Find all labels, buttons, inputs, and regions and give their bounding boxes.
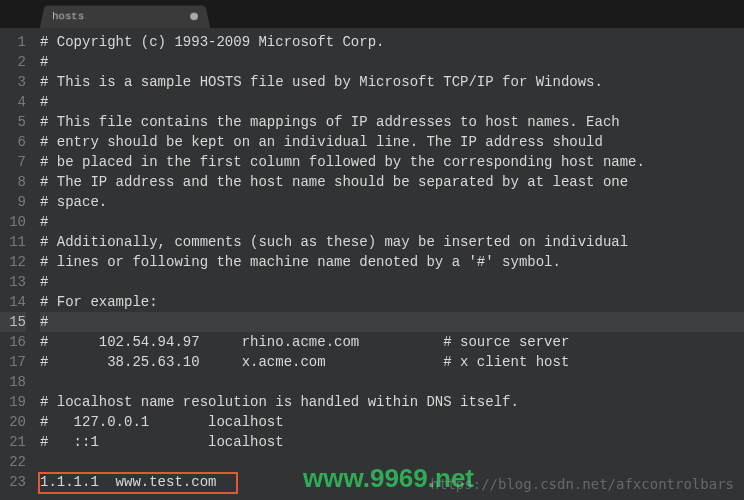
code-line[interactable]: # bbox=[40, 52, 744, 72]
line-number: 3 bbox=[0, 72, 26, 92]
code-line[interactable]: # bbox=[40, 212, 744, 232]
line-number: 5 bbox=[0, 112, 26, 132]
code-line[interactable]: # 38.25.63.10 x.acme.com # x client host bbox=[40, 352, 744, 372]
code-line[interactable]: # Additionally, comments (such as these)… bbox=[40, 232, 744, 252]
line-number: 15 bbox=[0, 312, 26, 332]
code-line[interactable] bbox=[40, 372, 744, 392]
code-line[interactable]: # 127.0.0.1 localhost bbox=[40, 412, 744, 432]
line-number: 17 bbox=[0, 352, 26, 372]
code-line[interactable]: # bbox=[40, 272, 744, 292]
code-line[interactable]: # This file contains the mappings of IP … bbox=[40, 112, 744, 132]
code-editor[interactable]: 1234567891011121314151617181920212223 # … bbox=[0, 28, 744, 500]
code-line[interactable]: # space. bbox=[40, 192, 744, 212]
line-number: 1 bbox=[0, 32, 26, 52]
line-number-gutter: 1234567891011121314151617181920212223 bbox=[0, 32, 34, 500]
tab-hosts[interactable]: hosts bbox=[40, 5, 210, 28]
line-number: 22 bbox=[0, 452, 26, 472]
tab-bar: hosts bbox=[0, 0, 744, 28]
line-number: 20 bbox=[0, 412, 26, 432]
code-line[interactable]: # be placed in the first column followed… bbox=[40, 152, 744, 172]
line-number: 11 bbox=[0, 232, 26, 252]
code-line[interactable]: # localhost name resolution is handled w… bbox=[40, 392, 744, 412]
code-line[interactable]: # Copyright (c) 1993-2009 Microsoft Corp… bbox=[40, 32, 744, 52]
line-number: 19 bbox=[0, 392, 26, 412]
line-number: 14 bbox=[0, 292, 26, 312]
line-number: 16 bbox=[0, 332, 26, 352]
code-line[interactable]: # For example: bbox=[40, 292, 744, 312]
line-number: 10 bbox=[0, 212, 26, 232]
line-number: 8 bbox=[0, 172, 26, 192]
line-number: 12 bbox=[0, 252, 26, 272]
code-content[interactable]: # Copyright (c) 1993-2009 Microsoft Corp… bbox=[34, 32, 744, 500]
editor-window: hosts 1234567891011121314151617181920212… bbox=[0, 0, 744, 500]
line-number: 21 bbox=[0, 432, 26, 452]
code-line[interactable]: # ::1 localhost bbox=[40, 432, 744, 452]
code-line[interactable]: # bbox=[40, 312, 744, 332]
watermark-source: https://blog.csdn.net/afxcontrolbars bbox=[431, 476, 734, 492]
line-number: 23 bbox=[0, 472, 26, 492]
line-number: 9 bbox=[0, 192, 26, 212]
code-line[interactable]: # This is a sample HOSTS file used by Mi… bbox=[40, 72, 744, 92]
line-number: 7 bbox=[0, 152, 26, 172]
line-number: 18 bbox=[0, 372, 26, 392]
tab-title: hosts bbox=[52, 11, 182, 22]
line-number: 13 bbox=[0, 272, 26, 292]
code-line[interactable]: # 102.54.94.97 rhino.acme.com # source s… bbox=[40, 332, 744, 352]
line-number: 2 bbox=[0, 52, 26, 72]
code-line[interactable]: # The IP address and the host name shoul… bbox=[40, 172, 744, 192]
dirty-indicator-icon bbox=[190, 13, 198, 20]
line-number: 6 bbox=[0, 132, 26, 152]
code-line[interactable]: # entry should be kept on an individual … bbox=[40, 132, 744, 152]
code-line[interactable]: # bbox=[40, 92, 744, 112]
code-line[interactable]: # lines or following the machine name de… bbox=[40, 252, 744, 272]
line-number: 4 bbox=[0, 92, 26, 112]
